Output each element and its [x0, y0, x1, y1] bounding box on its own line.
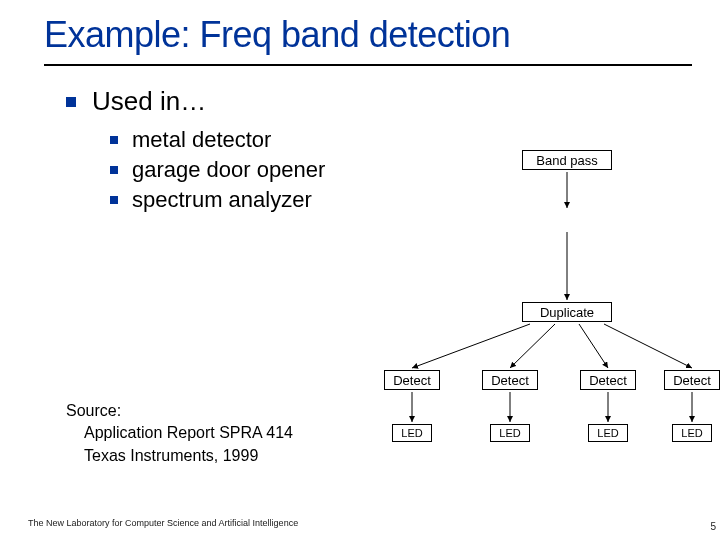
svg-line-3 [510, 324, 555, 368]
bullet-row-main: Used in… [66, 86, 720, 117]
svg-line-5 [604, 324, 692, 368]
source-line: Source: [66, 400, 293, 422]
page-number: 5 [710, 521, 716, 532]
node-led: LED [392, 424, 432, 442]
diagram-arrows [370, 150, 710, 500]
main-bullet-text: Used in… [92, 86, 206, 117]
source-line: Application Report SPRA 414 [66, 422, 293, 444]
node-duplicate: Duplicate [522, 302, 612, 322]
svg-line-4 [579, 324, 608, 368]
node-detect: Detect [664, 370, 720, 390]
square-bullet-icon [110, 196, 118, 204]
node-detect: Detect [384, 370, 440, 390]
square-bullet-icon [110, 166, 118, 174]
node-led: LED [672, 424, 712, 442]
sub-bullet-text: spectrum analyzer [132, 187, 312, 213]
sub-bullet-text: metal detector [132, 127, 271, 153]
flow-diagram: A/D Band pass Duplicate Detect Detect De… [370, 150, 710, 500]
square-bullet-icon [110, 136, 118, 144]
svg-line-2 [412, 324, 530, 368]
square-bullet-icon [66, 97, 76, 107]
node-detect: Detect [580, 370, 636, 390]
page-title: Example: Freq band detection [0, 0, 720, 64]
sub-bullet-text: garage door opener [132, 157, 325, 183]
source-line: Texas Instruments, 1999 [66, 445, 293, 467]
node-detect: Detect [482, 370, 538, 390]
node-bandpass: Band pass [522, 150, 612, 170]
source-citation: Source: Application Report SPRA 414 Texa… [66, 400, 293, 467]
node-led: LED [490, 424, 530, 442]
node-led: LED [588, 424, 628, 442]
footer-text: The New Laboratory for Computer Science … [28, 518, 298, 528]
